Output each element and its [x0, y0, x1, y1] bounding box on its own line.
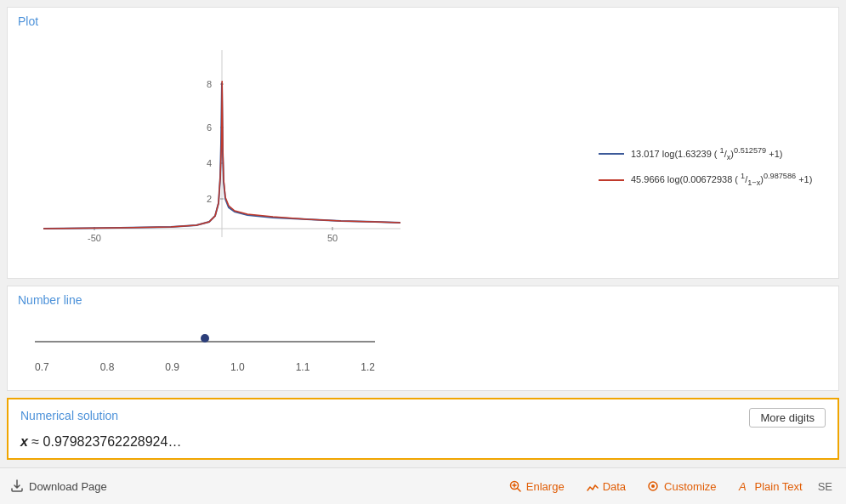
svg-text:A: A — [738, 480, 747, 493]
svg-text:2: 2 — [207, 194, 212, 204]
plain-text-label: Plain Text — [755, 480, 803, 493]
svg-point-19 — [651, 484, 655, 488]
plot-canvas: -50 50 2 4 6 8 — [18, 33, 590, 271]
numerical-value: x ≈ 0.979823762228924… — [20, 434, 826, 450]
numberline-title: Number line — [18, 293, 828, 307]
numberline-dot — [201, 334, 209, 343]
footer: Download Page Enlarge Data — [0, 467, 846, 504]
download-page-button[interactable]: Download Page — [10, 479, 107, 493]
plot-svg: -50 50 2 4 6 8 — [18, 33, 426, 263]
numberline-label-08: 0.8 — [100, 361, 115, 373]
svg-text:6: 6 — [207, 122, 212, 133]
numberline-label-12: 1.2 — [361, 361, 375, 373]
svg-text:4: 4 — [207, 158, 212, 168]
numerical-header: Numerical solution More digits — [20, 408, 826, 428]
legend-line-blue — [599, 153, 624, 155]
svg-text:50: 50 — [327, 233, 338, 243]
download-page-label: Download Page — [29, 480, 107, 493]
legend-item-blue: 13.017 log(1.63239 ( 1/x)0.512579 +1) — [599, 144, 828, 164]
numberline-track — [35, 326, 375, 360]
plain-text-icon: A — [737, 479, 751, 493]
use-label: SE — [815, 476, 836, 497]
numerical-title: Numerical solution — [20, 409, 118, 422]
svg-line-15 — [517, 489, 520, 492]
legend-text-red: 45.9666 log(0.00672938 ( 1/1−x)0.987586 … — [631, 169, 812, 190]
legend-line-red — [599, 179, 624, 181]
plot-section: Plot -50 50 2 — [7, 7, 839, 279]
more-digits-button[interactable]: More digits — [749, 408, 826, 428]
numberline-section: Number line 0.7 0.8 0.9 1.0 1.1 1.2 — [7, 286, 839, 391]
customize-label: Customize — [664, 480, 716, 493]
download-icon — [10, 479, 24, 493]
data-button[interactable]: Data — [576, 475, 634, 497]
enlarge-button[interactable]: Enlarge — [500, 475, 573, 497]
numberline-label-10: 1.0 — [230, 361, 245, 373]
plot-title: Plot — [18, 14, 828, 28]
plot-legend: 13.017 log(1.63239 ( 1/x)0.512579 +1) 45… — [590, 33, 828, 195]
svg-text:8: 8 — [207, 79, 212, 89]
footer-actions: Enlarge Data Customize A Plain Text — [500, 475, 836, 497]
enlarge-label: Enlarge — [526, 480, 565, 493]
data-icon — [585, 479, 599, 493]
numberline-label-07: 0.7 — [35, 361, 49, 373]
svg-text:-50: -50 — [88, 233, 101, 243]
customize-button[interactable]: Customize — [638, 475, 724, 497]
numerical-section: Numerical solution More digits x ≈ 0.979… — [7, 398, 839, 460]
data-label: Data — [603, 480, 626, 493]
customize-icon — [646, 479, 660, 493]
main-container: Plot -50 50 2 — [0, 0, 846, 504]
numberline-area: 0.7 0.8 0.9 1.0 1.1 1.2 — [18, 312, 828, 380]
legend-text-blue: 13.017 log(1.63239 ( 1/x)0.512579 +1) — [631, 144, 782, 164]
plain-text-button[interactable]: A Plain Text — [729, 475, 811, 497]
legend-item-red: 45.9666 log(0.00672938 ( 1/1−x)0.987586 … — [599, 169, 828, 190]
numberline-labels: 0.7 0.8 0.9 1.0 1.1 1.2 — [35, 361, 375, 373]
enlarge-icon — [508, 479, 522, 493]
plot-area: -50 50 2 4 6 8 — [18, 33, 828, 271]
numberline-label-09: 0.9 — [165, 361, 179, 373]
numberline-label-11: 1.1 — [296, 361, 310, 373]
